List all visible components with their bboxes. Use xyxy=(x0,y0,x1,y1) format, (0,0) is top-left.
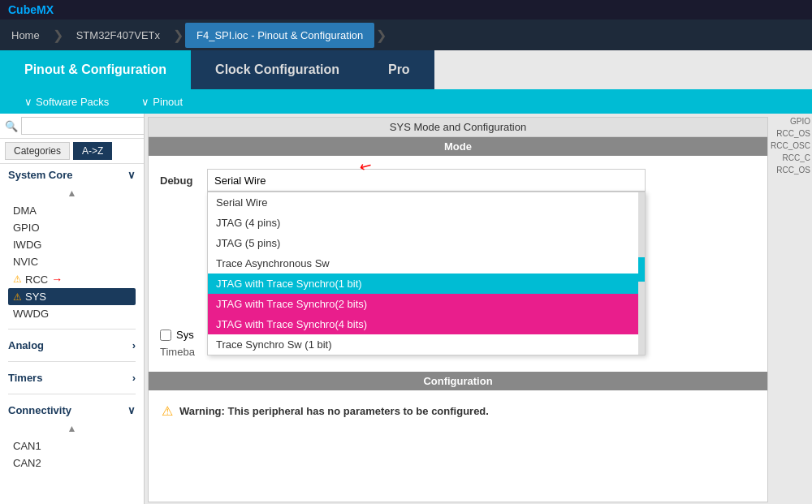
system-core-items: DMA GPIO IWDG NVIC ⚠ RCC → ⚠ SYS WWDG xyxy=(0,200,144,324)
separator-1 xyxy=(8,329,136,330)
dropdown-item-jtag-trace4[interactable]: JTAG with Trace Synchro(4 bits) xyxy=(208,314,645,334)
dropdown-item-jtag5[interactable]: JTAG (5 pins) xyxy=(208,233,645,253)
separator-3 xyxy=(8,394,136,394)
sub-tab-bar: ∨ Software Packs ∨ Pinout xyxy=(0,89,812,114)
config-content: ⚠ Warning: This peripheral has no parame… xyxy=(149,390,767,432)
top-bar: CubeMX xyxy=(0,0,812,19)
sidebar-section-analog[interactable]: Analog › xyxy=(0,334,144,356)
sidebar-section-connectivity[interactable]: Connectivity ∨ xyxy=(0,399,144,421)
sidebar-item-can1[interactable]: CAN1 xyxy=(8,437,136,454)
right-label-rcc-osc: RCC_OSC xyxy=(771,141,810,150)
sidebar-item-rcc[interactable]: ⚠ RCC → xyxy=(8,270,136,288)
config-section-header: Configuration xyxy=(149,372,767,390)
main-layout: 🔍 ✕ Categories A->Z System Core ∨ ▲ DMA … xyxy=(0,114,812,504)
dropdown-item-trace-async[interactable]: Trace Asynchronous Sw xyxy=(208,253,645,274)
breadcrumb-home[interactable]: Home xyxy=(0,23,51,48)
breadcrumb-arrow-1: ❯ xyxy=(53,28,63,43)
config-panel: SYS Mode and Configuration Mode ↙ Debug … xyxy=(148,117,768,502)
sidebar-item-can2[interactable]: CAN2 xyxy=(8,454,136,472)
search-input[interactable] xyxy=(21,117,145,135)
dropdown-scrollbar-thumb xyxy=(638,257,645,282)
cubemx-logo: CubeMX xyxy=(8,3,54,16)
warning-triangle-icon: ⚠ xyxy=(162,403,173,419)
mode-section-header: Mode xyxy=(149,137,767,156)
right-label-gpio: GPIO xyxy=(790,117,810,126)
debug-select[interactable]: Serial Wire xyxy=(207,169,646,192)
dropdown-item-serial-wire[interactable]: Serial Wire xyxy=(208,192,645,213)
right-panel: GPIO RCC_OS RCC_OSC RCC_C RCC_OS xyxy=(771,114,812,504)
breadcrumb-file[interactable]: F4_SPI.ioc - Pinout & Configuration xyxy=(185,23,374,48)
tab-clock-config[interactable]: Clock Configuration xyxy=(191,50,364,89)
chevron-down-icon: ∨ xyxy=(127,169,136,181)
subtab-pinout[interactable]: ∨ Pinout xyxy=(125,96,199,108)
chevron-right-icon-timers: › xyxy=(132,372,136,384)
sidebar-item-dma[interactable]: DMA xyxy=(8,202,136,219)
warning-icon-sys: ⚠ xyxy=(13,291,22,303)
search-icon: 🔍 xyxy=(5,120,18,132)
breadcrumb: Home ❯ STM32F407VETx ❯ F4_SPI.ioc - Pino… xyxy=(0,19,812,50)
dropdown-item-jtag-trace2[interactable]: JTAG with Trace Synchro(2 bits) xyxy=(208,294,645,314)
sidebar-item-gpio[interactable]: GPIO xyxy=(8,219,136,236)
separator-2 xyxy=(8,361,136,362)
subtab-software-packs[interactable]: ∨ Software Packs xyxy=(8,96,125,108)
dropdown-item-jtag4[interactable]: JTAG (4 pins) xyxy=(208,213,645,233)
tab-project[interactable]: Pro xyxy=(364,50,434,89)
dropdown-scrollbar[interactable] xyxy=(638,192,645,355)
sidebar-item-wwdg[interactable]: WWDG xyxy=(8,305,136,322)
panel-title: SYS Mode and Configuration xyxy=(149,118,767,137)
debug-row: Debug Serial Wire Serial Wire JTAG (4 pi… xyxy=(157,164,759,196)
debug-label: Debug xyxy=(160,174,201,187)
chevron-down-icon-conn: ∨ xyxy=(127,404,136,416)
tab-bar: Pinout & Configuration Clock Configurati… xyxy=(0,50,812,89)
sidebar-item-sys[interactable]: ⚠ SYS xyxy=(8,288,136,305)
sidebar: 🔍 ✕ Categories A->Z System Core ∨ ▲ DMA … xyxy=(0,114,145,504)
timebase-label: Timeba xyxy=(160,346,195,358)
sidebar-search-area: 🔍 ✕ xyxy=(0,114,144,139)
mode-content: ↙ Debug Serial Wire Serial Wire JTAG (4 … xyxy=(149,156,767,368)
sys-tick-checkbox[interactable] xyxy=(160,330,171,341)
tab-pinout-config[interactable]: Pinout & Configuration xyxy=(0,50,191,89)
scroll-indicator-conn[interactable]: ▲ xyxy=(0,421,144,436)
right-label-rcc-os2: RCC_OS xyxy=(776,166,810,174)
sidebar-section-system-core[interactable]: System Core ∨ xyxy=(0,164,144,186)
debug-select-container: Serial Wire Serial Wire JTAG (4 pins) JT… xyxy=(207,169,646,192)
scroll-up-indicator[interactable]: ▲ xyxy=(0,186,144,200)
dropdown-item-jtag-trace1[interactable]: JTAG with Trace Synchro(1 bit) xyxy=(208,274,645,294)
sidebar-item-nvic[interactable]: NVIC xyxy=(8,253,136,270)
dropdown-item-trace-synchro-sw[interactable]: Trace Synchro Sw (1 bit) xyxy=(208,334,645,355)
sys-tick-label: Sys xyxy=(176,329,194,341)
rcc-red-arrow: → xyxy=(51,273,63,286)
right-label-rcc-c: RCC_C xyxy=(783,153,810,162)
warning-icon-rcc: ⚠ xyxy=(13,274,22,285)
breadcrumb-device[interactable]: STM32F407VETx xyxy=(65,23,171,48)
breadcrumb-arrow-2: ❯ xyxy=(173,28,184,43)
right-label-rcc-os: RCC_OS xyxy=(776,129,810,138)
chevron-right-icon-analog: › xyxy=(132,339,136,351)
sidebar-item-iwdg[interactable]: IWDG xyxy=(8,236,136,253)
sidebar-section-timers[interactable]: Timers › xyxy=(0,367,144,389)
sidebar-tab-categories[interactable]: Categories xyxy=(5,142,70,160)
debug-dropdown-list: Serial Wire JTAG (4 pins) JTAG (5 pins) … xyxy=(207,192,646,355)
content-area: SYS Mode and Configuration Mode ↙ Debug … xyxy=(145,114,771,504)
warning-message: Warning: This peripheral has no paramete… xyxy=(179,405,489,417)
breadcrumb-arrow-3: ❯ xyxy=(376,28,387,43)
connectivity-items: CAN1 CAN2 xyxy=(0,436,144,473)
sidebar-tab-az[interactable]: A->Z xyxy=(73,142,112,160)
sidebar-tabs: Categories A->Z xyxy=(0,139,144,164)
